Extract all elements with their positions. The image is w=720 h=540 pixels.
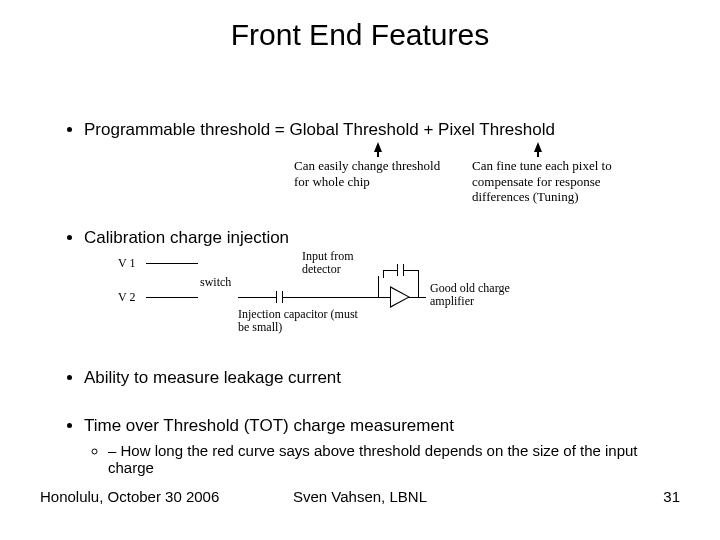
label-input-detector: Input from detector xyxy=(302,250,372,276)
slide-body: Programmable threshold = Global Threshol… xyxy=(60,120,680,482)
wire xyxy=(383,270,384,278)
capacitor-icon xyxy=(397,264,398,276)
circuit-diagram: V 1 V 2 switch Input from detector xyxy=(108,250,588,340)
wire xyxy=(383,270,397,271)
slide-title: Front End Features xyxy=(0,18,720,52)
footer-center: Sven Vahsen, LBNL xyxy=(40,488,680,505)
amplifier-icon-fill xyxy=(391,288,408,306)
wire xyxy=(418,270,419,297)
annotation-global: Can easily change threshold for whole ch… xyxy=(294,158,454,189)
label-v2: V 2 xyxy=(118,290,135,305)
wire xyxy=(378,297,390,298)
arrow-stem xyxy=(377,151,379,157)
bullet-text: Programmable threshold = Global Threshol… xyxy=(84,120,555,139)
wire xyxy=(404,270,418,271)
bullet-text: Calibration charge injection xyxy=(84,228,289,247)
wire xyxy=(408,297,426,298)
annotation-pixel: Can fine tune each pixel to compensate f… xyxy=(472,158,632,205)
label-amplifier: Good old charge amplifier xyxy=(430,282,540,308)
capacitor-icon xyxy=(276,291,277,303)
wire xyxy=(146,263,198,264)
footer: Honolulu, October 30 2006 Sven Vahsen, L… xyxy=(40,488,680,524)
label-v1: V 1 xyxy=(118,256,135,271)
bullet-tot: Time over Threshold (TOT) charge measure… xyxy=(84,416,680,476)
bullet-text: Time over Threshold (TOT) charge measure… xyxy=(84,416,454,435)
label-switch: switch xyxy=(200,275,231,290)
sub-bullet-text: How long the red curve says above thresh… xyxy=(108,442,638,476)
annotation-row: Can easily change threshold for whole ch… xyxy=(84,146,680,200)
arrow-stem xyxy=(537,151,539,157)
bullet-text: Ability to measure leakage current xyxy=(84,368,341,387)
footer-page-number: 31 xyxy=(663,488,680,505)
bullet-leakage: Ability to measure leakage current xyxy=(84,368,680,388)
wire xyxy=(238,297,276,298)
wire xyxy=(378,276,379,297)
label-injection-capacitor: Injection capacitor (must be small) xyxy=(238,308,358,334)
bullet-calibration: Calibration charge injection V 1 V 2 swi… xyxy=(84,228,680,340)
slide: Front End Features Programmable threshol… xyxy=(0,0,720,540)
wire xyxy=(146,297,198,298)
sub-bullet-tot: – How long the red curve says above thre… xyxy=(108,442,680,476)
wire xyxy=(283,297,378,298)
bullet-programmable-threshold: Programmable threshold = Global Threshol… xyxy=(84,120,680,200)
